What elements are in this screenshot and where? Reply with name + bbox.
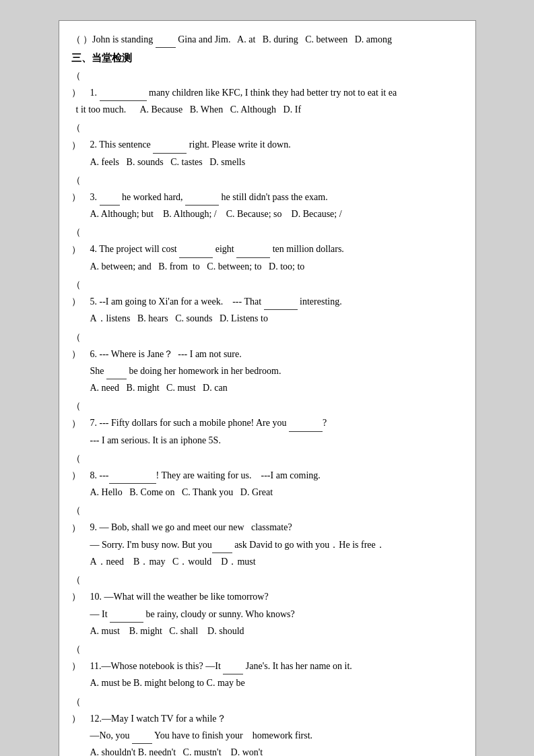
question-1: （ ）1. many children like KFC, I think th…	[71, 67, 463, 119]
question-6: （ ）6. --- Where is Jane？ --- I am not su…	[71, 329, 463, 397]
question-11: （ ）11.—Whose notebook is this? —It Jane'…	[71, 641, 463, 692]
q4-options: A. between; and B. from to C. between; t…	[71, 258, 463, 275]
q9-options: A．need B．may C．would D．must	[71, 553, 463, 570]
q6-options: A. need B. might C. must D. can	[71, 379, 463, 396]
section3-title: 三、当堂检测	[71, 52, 463, 65]
q11-options: A. must be B. might belong to C. may be	[71, 674, 463, 691]
q1-text-cont: t it too much. A. Because B. When C. Alt…	[71, 101, 463, 118]
question-7: （ ）7. --- Fifty dollars for such a mobil…	[71, 398, 463, 449]
q3-options: A. Although; but B. Although; / C. Becau…	[71, 206, 463, 222]
intro-text: （ ）John is standing Gina and Jim. A. at …	[71, 34, 392, 44]
q7-text: （ ）7. --- Fifty dollars for such a mobil…	[71, 398, 463, 431]
q2-options: A. feels B. sounds C. tastes D. smells	[71, 154, 463, 170]
question-2: （ ）2. This sentence right. Please write …	[71, 119, 463, 170]
main-page: （ ）John is standing Gina and Jim. A. at …	[59, 20, 476, 756]
q6-text: （ ）6. --- Where is Jane？ --- I am not su…	[71, 329, 463, 363]
question-12: （ ）12.—May I watch TV for a while？ —No, …	[71, 693, 463, 756]
question-3: （ ）3. he worked hard, he still didn't pa…	[71, 172, 463, 223]
q5-options: A．listens B. hears C. sounds D. Listens …	[71, 310, 463, 327]
q7-text2: --- I am serious. It is an iphone 5S.	[71, 432, 463, 449]
question-10: （ ）10. —What will the weather be like to…	[71, 571, 463, 639]
q2-text: （ ）2. This sentence right. Please write …	[71, 119, 463, 153]
q1-text: （ ）1. many children like KFC, I think th…	[71, 67, 463, 101]
q11-text: （ ）11.—Whose notebook is this? —It Jane'…	[71, 641, 463, 674]
q9-text: （ ）9. — Bob, shall we go and meet our ne…	[71, 502, 463, 536]
q12-text: （ ）12.—May I watch TV for a while？	[71, 693, 463, 727]
question-4: （ ）4. The project will cost eight ten mi…	[71, 224, 463, 275]
q9-text2: — Sorry. I'm busy now. But you ask David…	[71, 536, 463, 553]
question-5: （ ）5. --I am going to Xi'an for a week. …	[71, 276, 463, 327]
question-8: （ ）8. ---! They are waiting for us. ---I…	[71, 450, 463, 501]
q12-text2: —No, you You have to finish your homewor…	[71, 727, 463, 744]
question-9: （ ）9. — Bob, shall we go and meet our ne…	[71, 502, 463, 570]
q10-text: （ ）10. —What will the weather be like to…	[71, 571, 463, 605]
q6-text2: She be doing her homework in her bedroom…	[71, 363, 463, 379]
q8-text: （ ）8. ---! They are waiting for us. ---I…	[71, 450, 463, 484]
intro-line: （ ）John is standing Gina and Jim. A. at …	[71, 32, 463, 48]
q10-text2: — It be rainy, cloudy or sunny. Who know…	[71, 606, 463, 623]
q3-text: （ ）3. he worked hard, he still didn't pa…	[71, 172, 463, 206]
q8-options: A. Hello B. Come on C. Thank you D. Grea…	[71, 484, 463, 501]
q10-options: A. must B. might C. shall D. should	[71, 623, 463, 639]
q5-text: （ ）5. --I am going to Xi'an for a week. …	[71, 276, 463, 310]
q12-options: A. shouldn't B. needn't C. mustn't D. wo…	[71, 744, 463, 756]
q4-text: （ ）4. The project will cost eight ten mi…	[71, 224, 463, 257]
